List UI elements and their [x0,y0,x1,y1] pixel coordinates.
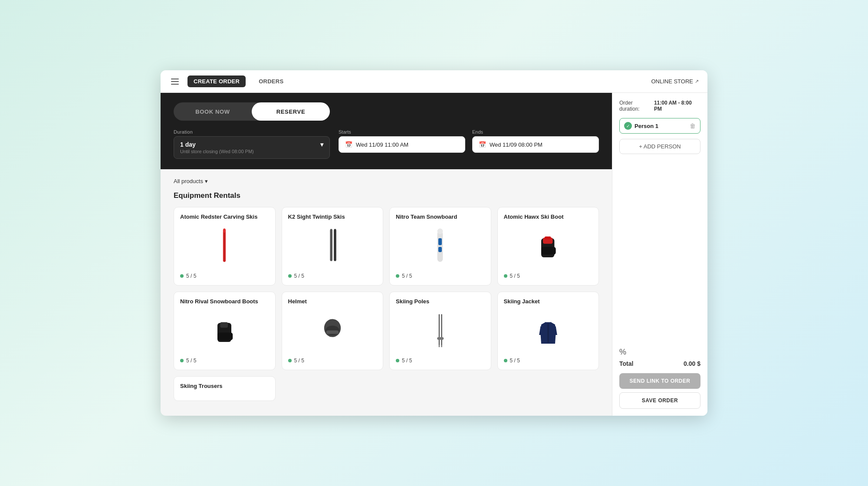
duration-select[interactable]: Duration 1 day ▾ Until store closing (We… [174,129,330,159]
availability-dot [504,359,507,362]
section-title: Equipment Rentals [174,191,599,200]
svg-rect-22 [441,314,442,345]
product-card[interactable]: Atomic Hawx Ski Boot 5 / 5 [497,207,599,286]
booking-bar: BOOK NOW RESERVE Duration 1 day ▾ Until … [161,93,612,169]
availability-dot [288,274,292,278]
product-image [504,225,593,269]
svg-point-10 [437,229,443,234]
product-card[interactable]: Skiing Poles 5 / 5 [389,292,491,370]
product-name: Skiing Trousers [180,383,269,390]
svg-point-6 [334,229,336,232]
product-name: Atomic Hawx Ski Boot [504,213,593,221]
svg-rect-4 [334,230,336,261]
online-store-link[interactable]: ONLINE STORE ↗ [651,78,699,85]
duration-dropdown[interactable]: 1 day ▾ Until store closing (Wed 08:00 P… [174,136,330,159]
product-image [504,310,593,353]
reserve-btn[interactable]: RESERVE [252,102,330,121]
availability-dot [396,359,399,362]
availability-badge: 5 / 5 [396,358,485,364]
availability-badge: 5 / 5 [504,273,593,279]
availability-badge: 5 / 5 [396,273,485,279]
book-now-btn[interactable]: BOOK NOW [174,102,252,121]
total-label: Total [619,360,633,367]
availability-badge: 5 / 5 [180,358,269,364]
svg-rect-14 [545,236,551,239]
product-grid: Atomic Redster Carving Skis 5 / 5 K2 Sig… [174,207,599,401]
svg-rect-7 [437,231,443,262]
product-card-partial[interactable]: Skiing Trousers [174,376,276,401]
calendar-icon-end: 📅 [479,141,486,148]
svg-rect-27 [547,324,549,343]
product-card[interactable]: Atomic Redster Carving Skis 5 / 5 [174,207,276,286]
ends-field: Ends 📅 Wed 11/09 08:00 PM [472,129,599,153]
person-row[interactable]: ✓ Person 1 🗑 [619,118,700,134]
filter-button[interactable]: All products ▾ [174,178,208,184]
svg-rect-16 [217,332,233,340]
chevron-down-icon: ▾ [205,178,208,184]
svg-rect-17 [220,322,228,328]
availability-badge: 5 / 5 [180,273,269,279]
product-image [180,225,269,269]
product-card[interactable]: Helmet 5 / 5 [282,292,384,370]
product-name: Skiing Jacket [504,298,593,305]
svg-point-24 [440,337,444,340]
external-link-icon: ↗ [695,79,699,84]
availability-badge: 5 / 5 [288,358,377,364]
product-name: Nitro Rival Snowboard Boots [180,298,269,305]
person-check-icon: ✓ [624,122,632,130]
send-link-button[interactable]: SEND LINK TO ORDER [619,373,700,389]
product-image [288,310,377,353]
order-duration-value: 11:00 AM - 8:00 PM [654,100,700,112]
tab-create-order[interactable]: CREATE ORDER [187,76,246,87]
product-name: Atomic Redster Carving Skis [180,213,269,221]
product-image [180,310,269,353]
availability-badge: 5 / 5 [288,273,377,279]
svg-rect-20 [326,331,339,334]
svg-rect-21 [439,314,440,345]
person-name: Person 1 [635,123,658,129]
availability-badge: 5 / 5 [504,358,593,364]
availability-dot [396,274,399,278]
ends-input[interactable]: 📅 Wed 11/09 08:00 PM [472,136,599,153]
product-name: Skiing Poles [396,298,485,305]
product-name: Nitro Team Snowboard [396,213,485,221]
product-card[interactable]: Nitro Team Snowboard 5 / 5 [389,207,491,286]
svg-rect-9 [438,247,442,252]
tab-orders[interactable]: ORDERS [253,76,289,87]
products-section: All products ▾ Equipment Rentals Atomic … [161,169,612,416]
product-card[interactable]: Nitro Rival Snowboard Boots 5 / 5 [174,292,276,370]
booking-mode-toggle[interactable]: BOOK NOW RESERVE [174,102,330,121]
svg-point-5 [330,229,332,232]
product-card[interactable]: Skiing Jacket 5 / 5 [497,292,599,370]
hamburger-menu[interactable] [169,77,181,86]
product-name: K2 Sight Twintip Skis [288,213,377,221]
delete-person-icon[interactable]: 🗑 [690,122,696,129]
product-name: Helmet [288,298,377,305]
availability-dot [180,359,184,362]
chevron-down-icon: ▾ [320,141,323,148]
discount-icon[interactable]: % [619,348,700,357]
product-image [288,225,377,269]
starts-field: Starts 📅 Wed 11/09 11:00 AM [339,129,465,153]
svg-rect-12 [541,247,556,255]
svg-rect-1 [224,230,225,262]
availability-dot [180,274,184,278]
starts-input[interactable]: 📅 Wed 11/09 11:00 AM [339,136,465,153]
total-value: 0.00 $ [684,360,700,367]
save-order-button[interactable]: SAVE ORDER [619,392,700,409]
svg-point-2 [223,229,226,233]
order-duration-label: Order duration: [619,100,654,112]
calendar-icon: 📅 [345,141,352,148]
availability-dot [288,359,292,362]
top-nav: CREATE ORDER ORDERS ONLINE STORE ↗ [161,70,707,93]
product-image [396,310,485,353]
product-card[interactable]: K2 Sight Twintip Skis 5 / 5 [282,207,384,286]
availability-dot [504,274,507,278]
svg-rect-3 [330,230,332,261]
add-person-button[interactable]: + ADD PERSON [619,139,700,154]
product-image [396,225,485,269]
right-sidebar: Order duration: 11:00 AM - 8:00 PM ✓ Per… [612,93,707,416]
svg-rect-8 [438,238,442,245]
